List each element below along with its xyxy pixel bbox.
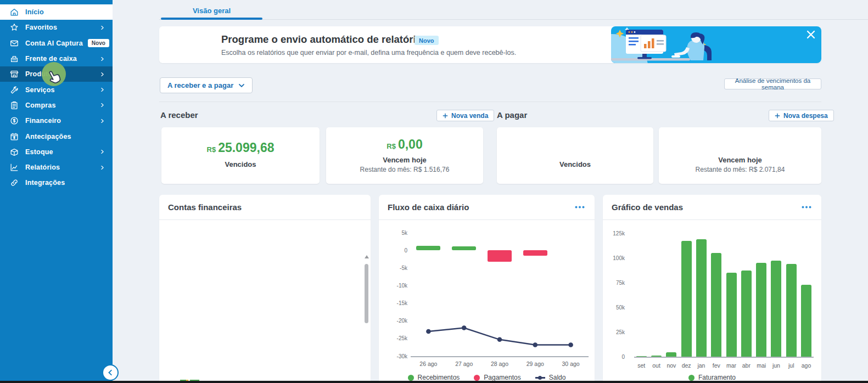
sidebar-item-antecipacoes[interactable]: Antecipações [0,128,113,144]
banner-illustration [596,26,821,63]
sidebar-item-label: Frente de caixa [25,55,77,63]
card-label: Vencidos [497,160,653,168]
y-tick: -30k [379,353,407,359]
payables-due-today-card[interactable]: Vencem hoje Restante do mês: R$ 2.071,84 [659,127,821,184]
close-icon[interactable] [807,30,815,39]
receivables-due-today-card[interactable]: R$0,00 Vencem hoje Restante do mês: R$ 1… [326,127,483,184]
sidebar-item-compras[interactable]: Compras [0,98,113,113]
chart-legend: Faturamento [603,374,821,381]
payables-overdue-card[interactable]: Vencidos [497,127,653,184]
recebimentos-bar [452,246,476,250]
amount: R$0,00 [326,137,483,152]
sidebar-item-label: Antecipações [25,133,71,140]
saldo-line [379,195,595,383]
legend-item-faturamento[interactable]: Faturamento [688,374,736,381]
x-tick: ago [792,362,821,369]
services-icon [9,85,19,95]
legend-item-pagamentos[interactable]: Pagamentos [474,374,520,381]
y-tick: 50k [596,305,625,311]
panel-header: Fluxo de caixa diário [379,195,595,220]
scroll-up-arrow-icon[interactable] [365,255,369,258]
sidebar-item-servicos[interactable]: Serviços [0,82,113,97]
y-tick: 100k [596,255,625,261]
plus-icon [775,113,780,119]
home-icon [9,7,19,17]
weekly-due-analysis-button[interactable]: Análise de vencimentos da semana [724,78,821,89]
sidebar-item-integracoes[interactable]: Integrações [0,175,113,190]
y-tick: -25k [379,335,407,341]
chart-line-icon [9,162,19,172]
legend-item-saldo[interactable]: Saldo [535,374,566,381]
legend-label: Pagamentos [484,374,520,381]
y-tick: -5k [379,265,407,271]
legend-item-recebimentos[interactable]: Recebimentos [408,374,460,381]
reports-banner: Programe o envio automático de relatório… [159,26,821,63]
receivables-payables-dropdown[interactable]: A receber e a pagar [160,77,253,93]
sidebar-item-inicio[interactable]: Início [0,4,113,20]
sidebar-item-label: Início [25,8,44,16]
recebimentos-bar [416,246,440,250]
chevron-left-icon [107,369,114,376]
sidebar-item-label: Estoque [25,148,53,156]
sidebar-item-label: Relatórios [25,164,60,171]
legend-dot [408,375,414,381]
new-expense-label: Nova despesa [783,112,828,120]
chevron-right-icon [99,87,105,93]
scrollbar[interactable] [363,254,369,331]
amount-value: 0,00 [398,137,423,151]
card-subtext: Restante do mês: R$ 1.516,76 [326,166,483,173]
chevron-down-icon [238,82,245,89]
ellipsis-menu-icon[interactable] [574,204,586,211]
sidebar-item-financeiro[interactable]: Financeiro [0,113,113,128]
faturamento-bar [741,271,752,357]
x-axis-line [634,357,814,358]
faturamento-bar [681,241,692,357]
x-tick: 28 ago [485,361,514,367]
tab-overview[interactable]: Visão geral [161,7,262,15]
new-sale-button[interactable]: Nova venda [436,110,494,121]
store-icon [9,69,19,79]
y-tick: 0 [379,247,407,254]
faturamento-bar [711,253,721,357]
sidebar-item-conta-ai-captura[interactable]: Conta AI CapturaNovo [0,36,113,51]
section-divider [159,102,821,102]
chevron-right-icon [99,56,105,62]
x-axis-line [411,356,589,357]
sidebar-item-frente-de-caixa[interactable]: Frente de caixa [0,51,113,66]
new-expense-button[interactable]: Nova despesa [769,110,834,121]
window-bottom-edge [0,381,868,383]
chevron-right-icon [99,102,105,108]
faturamento-bar [756,263,766,357]
x-tick: 30 ago [556,361,586,367]
banner-subtitle: Escolha os relatórios que quer enviar po… [221,49,516,57]
sidebar-item-label: Favoritos [25,24,57,31]
sidebar-item-estoque[interactable]: Estoque [0,144,113,160]
ellipsis-menu-icon[interactable] [800,204,813,211]
calendar-dollar-icon [9,132,19,142]
pagamentos-bar [488,250,512,262]
faturamento-bar [696,239,707,357]
sidebar-item-label: Serviços [25,86,55,94]
receivables-overdue-card[interactable]: R$25.099,68 Vencidos [161,127,320,184]
sidebar-menu: InícioFavoritosConta AI CapturaNovoFrent… [0,4,113,191]
scrollbar-thumb[interactable] [365,264,368,323]
sidebar-item-produtos[interactable]: Produtos [0,66,113,82]
sidebar-collapse-button[interactable] [102,364,119,381]
pagamentos-bar [523,250,547,256]
x-tick: 29 ago [520,361,550,367]
daily-cashflow-panel: Fluxo de caixa diário 5k0-5k-10k-15k-20k… [379,195,595,383]
y-tick: 0 [596,354,625,360]
panel-title: Gráfico de vendas [612,202,683,212]
faturamento-bar [651,356,662,357]
y-tick: -10k [379,283,407,289]
faturamento-bar [801,285,811,357]
legend-dot [474,375,480,381]
star-icon [9,22,19,32]
x-tick: 26 ago [413,361,443,367]
sales-chart-panel: Gráfico de vendas 125k100k75k50k25k0seto… [603,195,821,383]
sidebar-item-relatorios[interactable]: Relatórios [0,160,113,175]
sidebar-item-favoritos[interactable]: Favoritos [0,20,113,35]
x-tick: 27 ago [449,361,479,367]
chevron-right-icon [99,71,105,77]
cash-register-icon [9,54,19,64]
